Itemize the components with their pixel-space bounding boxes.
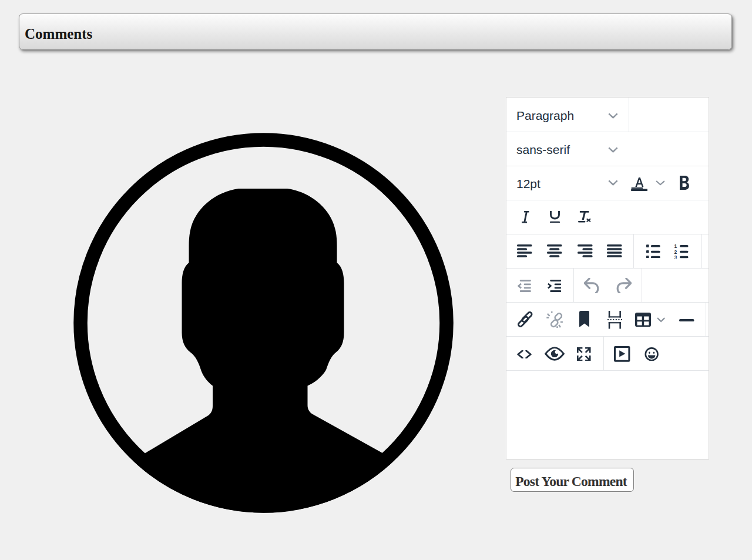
svg-text:3: 3: [674, 254, 677, 259]
